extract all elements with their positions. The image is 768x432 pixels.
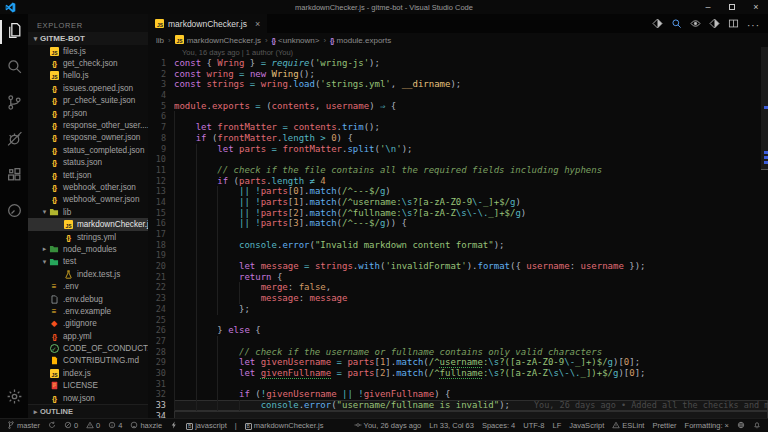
- status-4[interactable]: 4: [108, 421, 122, 431]
- gitlens-compare-button[interactable]: [709, 15, 720, 33]
- status-markdownchecker-js[interactable]: BmarkdownChecker.js: [245, 421, 324, 430]
- tree-item--env[interactable]: ≡.env: [28, 280, 148, 292]
- tree-item-files-js[interactable]: JSfiles.js: [28, 45, 148, 57]
- more-actions-button[interactable]: ···: [747, 15, 760, 33]
- status-lf[interactable]: LF: [553, 421, 562, 430]
- tree-item-code-of-conduct-md[interactable]: ✓CODE_OF_CONDUCT.md: [28, 342, 148, 354]
- code-line-29[interactable]: 29let givenUsername = parts[1].match(/^u…: [148, 357, 768, 368]
- tree-item-contributing-md[interactable]: CONTRIBUTING.md: [28, 355, 148, 367]
- code-line-26[interactable]: 26} else {: [148, 325, 768, 336]
- status-eslint[interactable]: ESLint: [612, 421, 644, 431]
- tree-item-status-completed-json[interactable]: {}status_completed.json: [28, 144, 148, 156]
- activity-manage[interactable]: [0, 380, 28, 416]
- code-line-21[interactable]: 21return {: [148, 272, 768, 283]
- code-line-14[interactable]: 14|| !parts[1].match(/^username:\s?[a-zA…: [148, 197, 768, 208]
- code-line-9[interactable]: 9let parts = frontMatter.split('\n');: [148, 144, 768, 155]
- code-line-18[interactable]: 18console.error("Invalid markdown conten…: [148, 240, 768, 251]
- breadcrumb-item[interactable]: {}module.exports: [330, 36, 391, 45]
- tree-item-pr-check-suite-json[interactable]: {}pr_check_suite.json: [28, 95, 148, 107]
- breadcrumb-item[interactable]: {}<unknown>: [272, 36, 320, 45]
- tree-item--env-example[interactable]: ≡.env.example: [28, 305, 148, 317]
- code-line-27[interactable]: 27: [148, 336, 768, 347]
- close-button[interactable]: ×: [744, 0, 768, 14]
- breadcrumb-item[interactable]: JSmarkdownChecker.js: [175, 35, 261, 45]
- code-line-23[interactable]: 23message: message: [148, 293, 768, 304]
- code-line-22[interactable]: 22merge: false,: [148, 282, 768, 293]
- tree-item-index-test-js[interactable]: index.test.js: [28, 268, 148, 280]
- status-[interactable]: |: [235, 421, 237, 430]
- tree-item-response-other-user-[interactable]: {}response_other_user....: [28, 119, 148, 131]
- code-line-32[interactable]: 32if (!givenUsername || !givenFullname) …: [148, 389, 768, 400]
- code-line-6[interactable]: 6: [148, 111, 768, 122]
- code-line-1[interactable]: 1const { Wring } = require('wring-js');: [148, 58, 768, 69]
- code-line-19[interactable]: 19: [148, 250, 768, 261]
- tree-item-node-modules[interactable]: ▸node_modules: [28, 243, 148, 255]
- scrollbar[interactable]: [761, 47, 768, 418]
- code-line-8[interactable]: 8if (frontMatter.length > 0) {: [148, 133, 768, 144]
- gitlens-button[interactable]: [652, 15, 663, 33]
- code-line-24[interactable]: 24};: [148, 304, 768, 315]
- code-editor[interactable]: You, 16 days ago | 1 author (You) 1const…: [148, 47, 768, 418]
- code-line-33[interactable]: 33console.error("username/fullname is in…: [148, 400, 768, 411]
- status-globe-icon[interactable]: [737, 421, 745, 431]
- tree-item-webhook-owner-json[interactable]: {}webhook_owner.json: [28, 194, 148, 206]
- tree-item-get-check-json[interactable]: {}get_check.json: [28, 57, 148, 69]
- code-line-16[interactable]: 16|| !parts[3].match(/^---$/g)) {: [148, 218, 768, 229]
- status-0[interactable]: 0: [86, 421, 100, 431]
- chevron-down-icon[interactable]: ▾: [40, 208, 49, 216]
- tree-item-hello-js[interactable]: JShello.js: [28, 70, 148, 82]
- activity-extensions[interactable]: [0, 158, 28, 194]
- tree-root-gitme-bot[interactable]: ▾ GITME-BOT: [28, 32, 148, 45]
- code-line-17[interactable]: 17: [148, 229, 768, 240]
- activity-search[interactable]: [0, 50, 28, 86]
- activity-time[interactable]: [0, 194, 28, 230]
- code-line-34[interactable]: 34: [148, 411, 768, 418]
- status-bell-icon[interactable]: [753, 421, 761, 431]
- codelens-annotation[interactable]: You, 16 days ago | 1 author (You): [148, 47, 768, 58]
- chevron-down-icon[interactable]: ▾: [40, 258, 49, 266]
- tree-item-status-json[interactable]: {}status.json: [28, 157, 148, 169]
- code-line-10[interactable]: 10: [148, 154, 768, 165]
- code-line-7[interactable]: 7let frontMatter = contents.trim();: [148, 122, 768, 133]
- code-line-4[interactable]: 4: [148, 90, 768, 101]
- tree-item-test[interactable]: ▾test: [28, 256, 148, 268]
- minimize-button[interactable]: –: [696, 0, 720, 14]
- status-utf-8[interactable]: UTF-8: [523, 421, 544, 430]
- tree-item--gitignore[interactable]: ◆.gitignore: [28, 318, 148, 330]
- tree-item-pr-json[interactable]: {}pr.json: [28, 107, 148, 119]
- tree-item-webhook-other-json[interactable]: {}webhook_other.json: [28, 181, 148, 193]
- tree-item-resposne-owner-json[interactable]: {}resposne_owner.json: [28, 132, 148, 144]
- toggle-blame-button[interactable]: [690, 15, 701, 33]
- status-ln-33-col-63[interactable]: Ln 33, Col 63: [429, 421, 474, 430]
- code-line-12[interactable]: 12if (parts.length ≠ 4: [148, 176, 768, 187]
- activity-source-control[interactable]: [0, 86, 28, 122]
- split-editor-button[interactable]: [728, 15, 739, 33]
- status-you-26-days-ago[interactable]: You, 26 days ago: [354, 421, 422, 431]
- status-spaces-4[interactable]: Spaces: 4: [482, 421, 515, 430]
- code-line-28[interactable]: 28// check if the username or fullname c…: [148, 347, 768, 358]
- code-line-25[interactable]: 25: [148, 315, 768, 326]
- status-javascript[interactable]: Bjavascript: [186, 421, 227, 430]
- status-master[interactable]: master: [7, 421, 40, 431]
- status-0[interactable]: 0: [64, 421, 78, 431]
- code-line-30[interactable]: 30let givenFullname = parts[2].match(/^f…: [148, 368, 768, 379]
- code-line-3[interactable]: 3const strings = wring.load('strings.yml…: [148, 79, 768, 90]
- tree-item-issues-opened-json[interactable]: {}issues.opened.json: [28, 82, 148, 94]
- tree-item--env-debug[interactable]: .env.debug: [28, 293, 148, 305]
- status-sync-icon[interactable]: [48, 421, 56, 431]
- status-formatting[interactable]: Formatting: ×: [685, 421, 729, 430]
- code-line-5[interactable]: 5module.exports = (contents, username) ⇒…: [148, 101, 768, 112]
- tab-markdownchecker[interactable]: JS markdownChecker.js ×: [148, 14, 267, 33]
- activity-explorer[interactable]: [0, 14, 28, 50]
- tree-item-app-yml[interactable]: {}app.yml: [28, 330, 148, 342]
- code-line-13[interactable]: 13|| !parts[0].match(/^---$/g): [148, 186, 768, 197]
- breadcrumb-item[interactable]: lib: [156, 36, 164, 45]
- status-haxzie[interactable]: haxzie: [130, 421, 162, 431]
- outline-section[interactable]: ▸ OUTLINE: [28, 404, 148, 418]
- tree-item-license[interactable]: LICENSE: [28, 380, 148, 392]
- code-line-15[interactable]: 15|| !parts[2].match(/^fullname:\s?[a-zA…: [148, 208, 768, 219]
- code-line-31[interactable]: 31: [148, 379, 768, 390]
- tree-item-markdownchecker-js[interactable]: JSmarkdownChecker.js: [28, 218, 148, 230]
- chevron-right-icon[interactable]: ▸: [40, 245, 49, 253]
- status-javascript[interactable]: JavaScript: [569, 421, 604, 430]
